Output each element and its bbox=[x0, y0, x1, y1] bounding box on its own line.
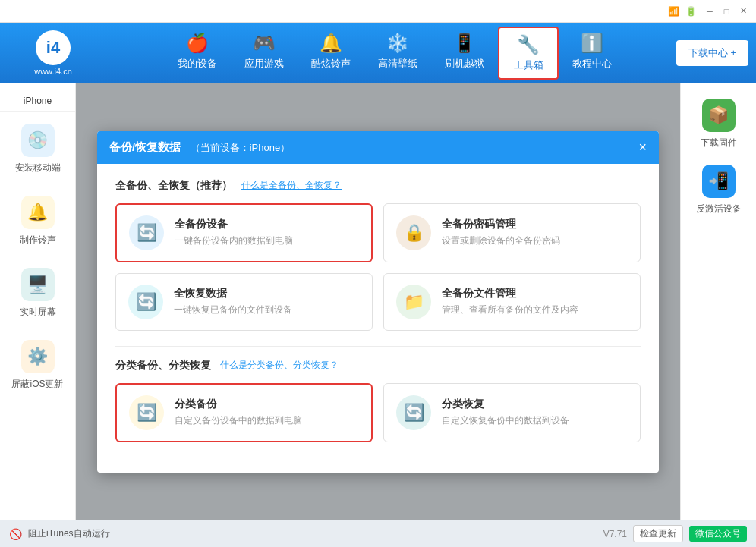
download-firmware-icon: 📦 bbox=[702, 99, 736, 132]
card-full-backup-pwd[interactable]: 🔒 全备份密码管理 设置或删除设备的全备份密码 bbox=[383, 203, 641, 262]
full-backup-pwd-desc: 设置或删除设备的全备份密码 bbox=[442, 234, 560, 247]
logo-symbol: i4 bbox=[46, 38, 60, 58]
section1-cards: 🔄 全备份设备 一键备份设备内的数据到电脑 🔒 全备份密码管理 设置或删除设备的… bbox=[115, 203, 641, 331]
section2-cards: 🔄 分类备份 自定义备份设备中的数据到电脑 🔄 分类恢复 自定义恢复备份中的数据… bbox=[115, 383, 641, 442]
section2-link[interactable]: 什么是分类备份、分类恢复？ bbox=[220, 359, 339, 372]
jailbreak-icon: 📱 bbox=[453, 33, 476, 54]
nav-item-toolbox[interactable]: 🔧 工具箱 bbox=[498, 27, 559, 80]
full-backup-pwd-text: 全备份密码管理 设置或删除设备的全备份密码 bbox=[442, 218, 560, 247]
version-text: V7.71 bbox=[603, 529, 627, 539]
full-backup-name: 全备份设备 bbox=[175, 218, 293, 231]
full-backup-pwd-icon: 🔒 bbox=[396, 215, 431, 250]
toolbox-icon: 🔧 bbox=[517, 34, 540, 55]
full-file-mgr-name: 全备份文件管理 bbox=[442, 287, 578, 300]
full-backup-icon: 🔄 bbox=[129, 215, 164, 250]
category-restore-desc: 自定义恢复备份中的数据到设备 bbox=[442, 414, 569, 427]
card-full-file-mgr[interactable]: 📁 全备份文件管理 管理、查看所有备份的文件及内容 bbox=[383, 273, 641, 331]
section1-link[interactable]: 什么是全备份、全恢复？ bbox=[241, 179, 342, 192]
modal-close-button[interactable]: × bbox=[638, 140, 647, 154]
full-restore-icon: 🔄 bbox=[128, 285, 163, 319]
wifi-icon: 📶 bbox=[668, 6, 679, 17]
full-restore-desc: 一键恢复已备份的文件到设备 bbox=[174, 303, 292, 316]
backup-modal: 备份/恢复数据 （当前设备：iPhone） × 全备份、全恢复（推荐） 什么是全… bbox=[97, 131, 659, 473]
card-category-restore[interactable]: 🔄 分类恢复 自定义恢复备份中的数据到设备 bbox=[383, 383, 641, 442]
section2-title: 分类备份、分类恢复 bbox=[115, 359, 211, 373]
screen-icon: 🖥️ bbox=[21, 268, 55, 301]
wallpapers-icon: ❄️ bbox=[386, 33, 409, 54]
right-item-download-firmware[interactable]: 📦 下载固件 bbox=[701, 99, 737, 149]
full-file-mgr-desc: 管理、查看所有备份的文件及内容 bbox=[442, 303, 578, 316]
sidebar-item-ringtone[interactable]: 🔔 制作铃声 bbox=[0, 187, 75, 256]
modal-header: 备份/恢复数据 （当前设备：iPhone） × bbox=[97, 131, 659, 164]
modal-body: 全备份、全恢复（推荐） 什么是全备份、全恢复？ 🔄 全备份设备 一键备份设备内的… bbox=[97, 164, 659, 473]
download-firmware-label: 下载固件 bbox=[701, 137, 737, 149]
block-ios-icon: ⚙️ bbox=[21, 340, 55, 373]
screen-label: 实时屏幕 bbox=[20, 306, 56, 319]
tutorial-label: 教程中心 bbox=[572, 57, 612, 71]
sidebar-item-install-app[interactable]: 💿 安装移动端 bbox=[0, 115, 75, 184]
category-backup-text: 分类备份 自定义备份设备中的数据到电脑 bbox=[175, 398, 302, 427]
section-divider bbox=[115, 346, 641, 347]
full-restore-name: 全恢复数据 bbox=[174, 287, 292, 300]
full-file-mgr-text: 全备份文件管理 管理、查看所有备份的文件及内容 bbox=[442, 287, 578, 316]
full-file-mgr-icon: 📁 bbox=[396, 285, 431, 319]
ringtone-icon: 🔔 bbox=[21, 196, 55, 229]
category-backup-icon: 🔄 bbox=[129, 395, 164, 430]
wechat-button[interactable]: 微信公众号 bbox=[689, 526, 747, 542]
tutorial-icon: ℹ️ bbox=[581, 33, 603, 54]
title-bar: 📶 🔋 ─ □ ✕ bbox=[0, 0, 756, 23]
app-games-label: 应用游戏 bbox=[244, 57, 284, 71]
install-app-icon: 💿 bbox=[21, 124, 55, 157]
full-backup-pwd-name: 全备份密码管理 bbox=[442, 218, 560, 231]
nav-item-app-games[interactable]: 🎮 应用游戏 bbox=[231, 27, 298, 80]
sidebar: iPhone 💿 安装移动端 🔔 制作铃声 🖥️ 实时屏幕 ⚙️ 屏蔽iOS更新 bbox=[0, 83, 76, 520]
battery-icon: 🔋 bbox=[685, 6, 697, 17]
maximize-button[interactable]: □ bbox=[720, 5, 733, 18]
ringtones-icon: 🔔 bbox=[320, 33, 342, 54]
minimize-button[interactable]: ─ bbox=[703, 5, 717, 18]
toolbox-label: 工具箱 bbox=[514, 58, 543, 72]
full-backup-desc: 一键备份设备内的数据到电脑 bbox=[175, 234, 293, 247]
content-area: 备份/恢复数据 （当前设备：iPhone） × 全备份、全恢复（推荐） 什么是全… bbox=[76, 83, 680, 520]
nav-item-tutorial[interactable]: ℹ️ 教程中心 bbox=[559, 27, 625, 80]
app-games-icon: 🎮 bbox=[253, 33, 276, 54]
modal-overlay: 备份/恢复数据 （当前设备：iPhone） × 全备份、全恢复（推荐） 什么是全… bbox=[76, 83, 680, 520]
card-full-backup[interactable]: 🔄 全备份设备 一键备份设备内的数据到电脑 bbox=[115, 203, 373, 262]
bottom-bar: 🚫 阻止iTunes自动运行 V7.71 检查更新 微信公众号 bbox=[0, 520, 756, 547]
download-center-button[interactable]: 下载中心 + bbox=[676, 40, 748, 66]
stop-itunes-label: 阻止iTunes自动运行 bbox=[28, 527, 110, 540]
install-app-label: 安装移动端 bbox=[15, 162, 61, 174]
full-restore-text: 全恢复数据 一键恢复已备份的文件到设备 bbox=[174, 287, 292, 316]
ringtone-label: 制作铃声 bbox=[20, 234, 56, 247]
bottom-left: 🚫 阻止iTunes自动运行 bbox=[9, 527, 110, 540]
nav-item-jailbreak[interactable]: 📱 刷机越狱 bbox=[431, 27, 498, 80]
bottom-right: V7.71 检查更新 微信公众号 bbox=[603, 525, 747, 542]
logo-area: i4 www.i4.cn bbox=[8, 30, 99, 76]
nav-item-ringtones[interactable]: 🔔 酷炫铃声 bbox=[298, 27, 364, 80]
category-restore-text: 分类恢复 自定义恢复备份中的数据到设备 bbox=[442, 398, 569, 427]
itunes-icon: 🚫 bbox=[9, 528, 22, 540]
card-category-backup[interactable]: 🔄 分类备份 自定义备份设备中的数据到电脑 bbox=[115, 383, 373, 442]
right-item-deactivate[interactable]: 📲 反激活设备 bbox=[696, 165, 742, 215]
sidebar-item-screen[interactable]: 🖥️ 实时屏幕 bbox=[0, 259, 75, 328]
nav-item-wallpapers[interactable]: ❄️ 高清壁纸 bbox=[364, 27, 431, 80]
logo-url: www.i4.cn bbox=[34, 67, 72, 76]
sidebar-iphone-tab[interactable]: iPhone bbox=[0, 91, 75, 112]
nav-items: 🍎 我的设备 🎮 应用游戏 🔔 酷炫铃声 ❄️ 高清壁纸 📱 刷机越狱 🔧 工具… bbox=[114, 27, 676, 80]
title-controls: 📶 🔋 ─ □ ✕ bbox=[668, 5, 750, 18]
category-restore-icon: 🔄 bbox=[396, 395, 431, 430]
logo-icon: i4 bbox=[36, 30, 71, 65]
check-update-button[interactable]: 检查更新 bbox=[633, 525, 683, 542]
my-device-icon: 🍎 bbox=[186, 33, 209, 54]
section2-header: 分类备份、分类恢复 什么是分类备份、分类恢复？ bbox=[115, 359, 641, 373]
deactivate-label: 反激活设备 bbox=[696, 203, 742, 215]
close-button[interactable]: ✕ bbox=[736, 5, 750, 18]
wallpapers-label: 高清壁纸 bbox=[378, 57, 417, 71]
card-full-restore[interactable]: 🔄 全恢复数据 一键恢复已备份的文件到设备 bbox=[115, 273, 373, 331]
main-area: iPhone 💿 安装移动端 🔔 制作铃声 🖥️ 实时屏幕 ⚙️ 屏蔽iOS更新… bbox=[0, 83, 756, 520]
modal-title: 备份/恢复数据 （当前设备：iPhone） bbox=[109, 140, 290, 155]
nav-item-my-device[interactable]: 🍎 我的设备 bbox=[164, 27, 231, 80]
jailbreak-label: 刷机越狱 bbox=[445, 57, 484, 71]
category-backup-desc: 自定义备份设备中的数据到电脑 bbox=[175, 414, 302, 427]
sidebar-item-block-ios[interactable]: ⚙️ 屏蔽iOS更新 bbox=[0, 331, 75, 400]
